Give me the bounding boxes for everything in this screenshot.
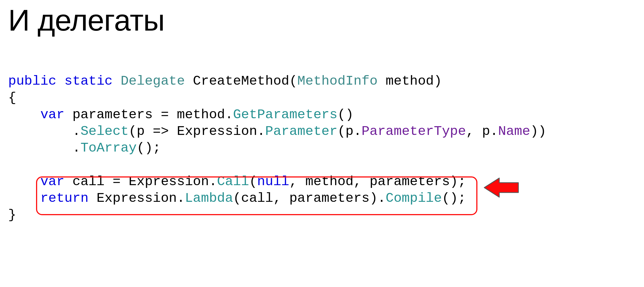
kw-static: static bbox=[64, 73, 113, 89]
l4-mid3: , p. bbox=[466, 124, 498, 139]
l4-dot: . bbox=[72, 124, 80, 139]
code-line-8: return Expression.Lambda(call, parameter… bbox=[8, 191, 466, 206]
kw-var: var bbox=[40, 107, 64, 122]
slide-title: И делегаты bbox=[8, 3, 636, 37]
code-line-3: var parameters = method.GetParameters() bbox=[8, 107, 353, 122]
code-line-7: var call = Expression.Call(null, method,… bbox=[8, 174, 466, 189]
l8-mid1: Expression. bbox=[88, 191, 185, 206]
code-line-5: .ToArray(); bbox=[8, 140, 161, 156]
kw-return: return bbox=[40, 191, 88, 206]
m-toarray: ToArray bbox=[81, 140, 137, 156]
code-line-9: } bbox=[8, 207, 16, 223]
l5-dot: . bbox=[72, 140, 80, 156]
code-line-6 bbox=[8, 157, 16, 172]
l7-mid1: call = Expression. bbox=[64, 174, 217, 189]
m-getparameters: GetParameters bbox=[233, 107, 337, 122]
code-line-2: { bbox=[8, 90, 16, 105]
p-name: Name bbox=[498, 124, 530, 139]
m-lambda: Lambda bbox=[185, 191, 233, 206]
m-select: Select bbox=[81, 124, 129, 139]
m-parameter: Parameter bbox=[265, 124, 338, 139]
code-block: public static Delegate CreateMethod(Meth… bbox=[8, 73, 636, 240]
l5-tail: (); bbox=[137, 140, 161, 156]
code-line-1: public static Delegate CreateMethod(Meth… bbox=[8, 73, 442, 89]
l4-mid2: (p. bbox=[338, 124, 362, 139]
l4-tail: )) bbox=[530, 124, 546, 139]
param-name: method bbox=[386, 73, 434, 89]
p-parametertype: ParameterType bbox=[362, 124, 466, 139]
l3-tail: () bbox=[338, 107, 354, 122]
l4-mid1: (p => Expression. bbox=[129, 124, 265, 139]
slide: И делегаты public static Delegate Create… bbox=[0, 0, 644, 248]
kw-null: null bbox=[257, 174, 289, 189]
l7-mid2: ( bbox=[249, 174, 257, 189]
type-methodinfo: MethodInfo bbox=[297, 73, 378, 89]
l3-ident: parameters = method. bbox=[72, 107, 233, 122]
code-line-4: .Select(p => Expression.Parameter(p.Para… bbox=[8, 124, 546, 139]
l8-mid2: (call, parameters). bbox=[233, 191, 386, 206]
l8-tail: (); bbox=[442, 191, 466, 206]
type-delegate: Delegate bbox=[121, 73, 185, 89]
l7-tail: , method, parameters); bbox=[289, 174, 466, 189]
kw-public: public bbox=[8, 73, 56, 89]
m-call: Call bbox=[217, 174, 249, 189]
m-compile: Compile bbox=[386, 191, 442, 206]
kw-var-2: var bbox=[40, 174, 64, 189]
svg-marker-0 bbox=[484, 178, 518, 197]
fn-name: CreateMethod bbox=[193, 73, 289, 89]
arrow-left-icon bbox=[483, 174, 521, 201]
